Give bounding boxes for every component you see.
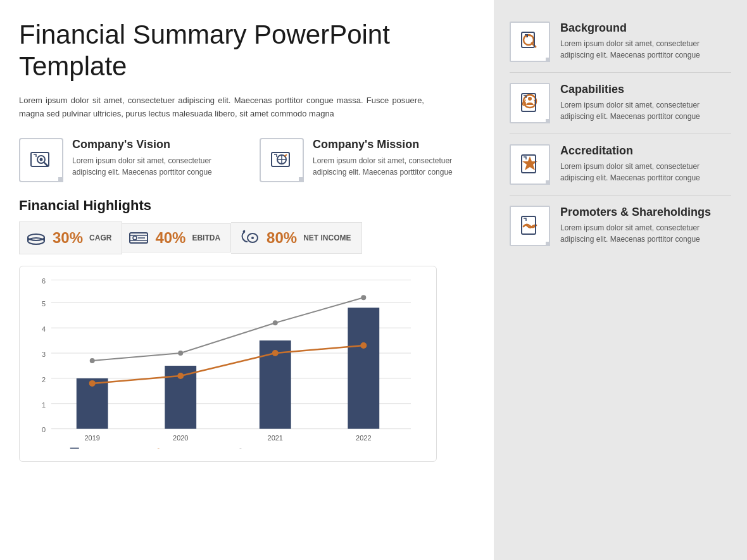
capabilities-text: Lorem ipsum dolor sit amet, consectetuer… (560, 99, 731, 122)
vision-icon (30, 149, 53, 171)
netincome-label: NET INCOME (303, 233, 351, 242)
capabilities-icon-box (510, 83, 550, 123)
capabilities-title: Capabilities (560, 83, 731, 96)
mission-icon (270, 149, 293, 171)
vm-section: Company's Vision Lorem ipsum dolor sit a… (19, 138, 475, 182)
svg-text:4: 4 (42, 326, 46, 333)
background-content: Background Lorem ipsum dolor sit amet, c… (560, 22, 731, 61)
background-icon-box (510, 22, 550, 62)
cagr-pct: 30% (53, 229, 83, 247)
legend-series3-label: Series 3 (252, 448, 277, 449)
highlights-bar: 30% CAGR 40% EBITDA 80% NET INCOME (19, 221, 475, 254)
right-sidebar: Background Lorem ipsum dolor sit amet, c… (494, 0, 747, 560)
vision-title: Company's Vision (72, 138, 234, 151)
accreditation-icon (518, 152, 542, 177)
mission-icon-box (260, 138, 304, 182)
accreditation-icon-box (510, 144, 550, 185)
legend-series1-icon (70, 448, 79, 449)
cagr-label: CAGR (89, 233, 111, 242)
ebitda-label: EBITDA (192, 233, 220, 242)
sidebar-item-promoters: Promoters & Shareholdings Lorem ipsum do… (510, 197, 731, 255)
capabilities-icon (518, 91, 542, 115)
netincome-pct: 80% (267, 229, 297, 247)
series3-dot-2022 (361, 296, 366, 301)
series2-dot-2019 (89, 380, 96, 387)
promoters-title: Promoters & Shareholdings (560, 206, 731, 219)
series2-dot-2020 (177, 373, 184, 379)
background-icon (518, 30, 542, 54)
mission-item: Company's Mission Lorem ipsum dolor sit … (260, 138, 475, 182)
legend-series1-label: Series 1 (83, 448, 108, 449)
highlight-cagr: 30% CAGR (19, 221, 122, 254)
series3-dot-2020 (178, 351, 183, 356)
bar-2022 (348, 308, 379, 429)
background-title: Background (560, 22, 731, 35)
svg-text:2019: 2019 (85, 434, 100, 442)
legend-series2-label: Series 2 (170, 448, 195, 449)
series3-dot-2019 (90, 358, 95, 363)
vision-icon-box (19, 138, 63, 182)
svg-text:2021: 2021 (268, 434, 283, 442)
divider-3 (510, 195, 731, 196)
promoters-text: Lorem ipsum dolor sit amet, consectetuer… (560, 222, 731, 245)
svg-line-4 (45, 163, 47, 166)
sidebar-item-background: Background Lorem ipsum dolor sit amet, c… (510, 13, 731, 71)
mission-title: Company's Mission (313, 138, 475, 151)
ebitda-icon (129, 229, 149, 247)
accreditation-title: Accreditation (560, 144, 731, 158)
series3-line (92, 298, 364, 361)
financial-highlights-title: Financial Highlights (19, 197, 475, 214)
sidebar-item-accreditation: Accreditation Lorem ipsum dolor sit amet… (510, 135, 731, 194)
accreditation-content: Accreditation Lorem ipsum dolor sit amet… (560, 144, 731, 184)
description: Lorem ipsum dolor sit amet, consectetuer… (19, 94, 424, 121)
series2-line (92, 345, 364, 383)
divider-1 (510, 72, 731, 73)
divider-2 (510, 134, 731, 134)
cagr-icon (26, 227, 46, 249)
svg-text:2: 2 (42, 376, 46, 383)
svg-text:1: 1 (42, 401, 46, 409)
vision-content: Company's Vision Lorem ipsum dolor sit a… (72, 138, 234, 182)
svg-point-42 (528, 97, 532, 101)
mission-text: Lorem ipsum dolor sit amet, consectetuer… (313, 155, 475, 178)
main-title: Financial Summary PowerPoint Template (19, 19, 475, 83)
svg-text:0: 0 (42, 426, 46, 433)
sidebar-item-capabilities: Capabilities Lorem ipsum dolor sit amet,… (510, 74, 731, 132)
series2-dot-2021 (272, 350, 279, 356)
highlight-netincome: 80% NET INCOME (231, 222, 361, 254)
svg-text:5: 5 (42, 301, 46, 308)
vision-item: Company's Vision Lorem ipsum dolor sit a… (19, 138, 234, 182)
mission-content: Company's Mission Lorem ipsum dolor sit … (313, 138, 475, 182)
series2-dot-2022 (360, 342, 367, 349)
capabilities-content: Capabilities Lorem ipsum dolor sit amet,… (560, 83, 731, 122)
svg-text:3: 3 (42, 351, 46, 358)
svg-text:6: 6 (42, 278, 46, 285)
highlight-ebitda: 40% EBITDA (122, 223, 231, 252)
svg-point-19 (251, 237, 254, 239)
vision-text: Lorem ipsum dolor sit amet, consectetuer… (72, 155, 234, 178)
chart-container: 0 1 2 3 4 5 6 2019 2020 (19, 266, 437, 462)
chart-svg: 0 1 2 3 4 5 6 2019 2020 (32, 277, 424, 449)
svg-text:2020: 2020 (173, 434, 188, 442)
svg-point-2 (40, 158, 43, 161)
ebitda-pct: 40% (155, 229, 185, 247)
left-panel: Financial Summary PowerPoint Template Lo… (0, 0, 494, 560)
svg-text:2022: 2022 (356, 434, 371, 442)
promoters-content: Promoters & Shareholdings Lorem ipsum do… (560, 206, 731, 245)
promoters-icon (518, 214, 542, 238)
promoters-icon-box (510, 206, 550, 246)
accreditation-text: Lorem ipsum dolor sit amet, consectetuer… (560, 161, 731, 184)
netincome-icon (237, 228, 260, 248)
series3-dot-2021 (273, 321, 278, 326)
svg-point-16 (133, 236, 137, 240)
background-text: Lorem ipsum dolor sit amet, consectetuer… (560, 38, 731, 61)
